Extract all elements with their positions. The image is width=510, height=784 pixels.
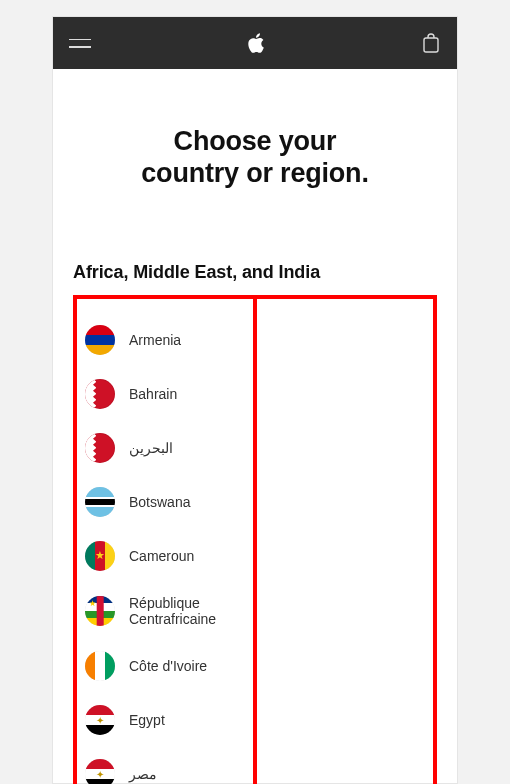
country-label: مصر	[129, 766, 157, 782]
flag-icon	[85, 487, 115, 517]
country-item-cameroun[interactable]: ★Cameroun	[85, 529, 245, 583]
country-column-2	[253, 295, 437, 784]
flag-icon	[85, 379, 115, 409]
country-list-1: ArmeniaBahrainالبحرينBotswana★Cameroun★R…	[85, 313, 245, 784]
main-content: Choose your country or region. Africa, M…	[53, 69, 457, 784]
country-label: Côte d'Ivoire	[129, 658, 207, 674]
country-label: Egypt	[129, 712, 165, 728]
country-item-car[interactable]: ★République Centrafricaine	[85, 583, 245, 639]
country-label: République Centrafricaine	[129, 595, 245, 627]
country-column-1: ArmeniaBahrainالبحرينBotswana★Cameroun★R…	[73, 295, 257, 784]
flag-icon	[85, 433, 115, 463]
flag-icon: ★	[85, 596, 115, 626]
country-item-egypt_ar[interactable]: ✦مصر	[85, 747, 245, 784]
country-label: Bahrain	[129, 386, 177, 402]
country-label: Botswana	[129, 494, 190, 510]
country-item-bahrain_ar[interactable]: البحرين	[85, 421, 245, 475]
menu-icon[interactable]	[69, 32, 91, 54]
shopping-bag-icon[interactable]	[421, 32, 441, 54]
apple-logo-icon[interactable]	[246, 33, 266, 53]
country-columns: ArmeniaBahrainالبحرينBotswana★Cameroun★R…	[73, 295, 437, 784]
country-label: Armenia	[129, 332, 181, 348]
title-line-1: Choose your	[174, 126, 337, 156]
country-label: البحرين	[129, 440, 173, 456]
flag-icon: ✦	[85, 705, 115, 735]
country-label: Cameroun	[129, 548, 194, 564]
country-item-botswana[interactable]: Botswana	[85, 475, 245, 529]
flag-icon: ✦	[85, 759, 115, 784]
country-item-egypt[interactable]: ✦Egypt	[85, 693, 245, 747]
flag-icon: ★	[85, 541, 115, 571]
country-item-civ[interactable]: Côte d'Ivoire	[85, 639, 245, 693]
title-line-2: country or region.	[141, 158, 368, 188]
top-nav	[53, 17, 457, 69]
page-card: Choose your country or region. Africa, M…	[52, 16, 458, 784]
region-heading: Africa, Middle East, and India	[73, 262, 437, 283]
flag-icon	[85, 325, 115, 355]
flag-icon	[85, 651, 115, 681]
country-item-bahrain[interactable]: Bahrain	[85, 367, 245, 421]
country-item-armenia[interactable]: Armenia	[85, 313, 245, 367]
svg-rect-0	[424, 38, 438, 52]
page-title: Choose your country or region.	[73, 125, 437, 190]
